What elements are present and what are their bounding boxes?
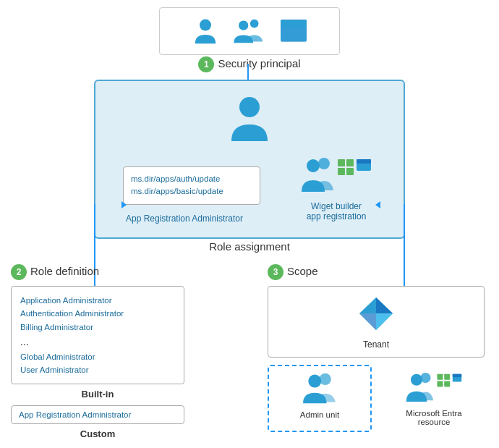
user-icon — [191, 17, 220, 46]
admin-unit-box: Admin unit — [268, 365, 372, 432]
arrow-down — [247, 64, 249, 81]
svg-point-24 — [420, 373, 430, 383]
role-definition-section: 2Role definition Application Administrat… — [11, 264, 184, 439]
svg-point-0 — [200, 20, 211, 31]
badge-2: 2 — [11, 264, 27, 280]
svg-point-23 — [411, 374, 422, 386]
custom-box: App Registration Administrator — [11, 405, 184, 424]
svg-rect-12 — [346, 159, 354, 166]
role-list: Application Administrator Authentication… — [20, 294, 175, 376]
security-principal-label: 1Security principal — [159, 56, 340, 72]
diagram-container: 1Security principal ms.dir/apps/auth/upd… — [0, 0, 499, 448]
svg-rect-16 — [357, 159, 371, 164]
scope-section: 3Scope Tenant Admin unit — [268, 264, 485, 432]
app-reg-box: ms.dir/apps/auth/update ms.dir/apps/basi… — [123, 166, 260, 205]
svg-point-8 — [239, 97, 260, 117]
center-person-icon — [228, 94, 271, 141]
scope-title: 3Scope — [268, 264, 485, 280]
svg-point-2 — [250, 20, 259, 28]
role-item: Global Administrator — [20, 350, 175, 363]
person-center — [213, 94, 286, 144]
role-def-title: 2Role definition — [11, 264, 184, 280]
svg-point-10 — [318, 158, 330, 169]
badge-1: 1 — [198, 56, 214, 72]
role-item: User Administrator — [20, 363, 175, 376]
app-icon — [279, 17, 308, 46]
svg-rect-26 — [444, 374, 450, 380]
svg-marker-19 — [376, 313, 393, 330]
role-item: Billing Administrator — [20, 321, 175, 334]
connector-right-arrow — [375, 201, 380, 208]
admin-unit-icon — [300, 372, 340, 405]
svg-rect-30 — [453, 374, 461, 377]
svg-marker-18 — [376, 297, 393, 313]
ms-entra-icon — [405, 371, 463, 403]
scope-bottom: Admin unit Micros — [268, 365, 485, 432]
role-assignment-label: Role assignment — [94, 240, 405, 253]
svg-rect-7 — [281, 28, 307, 42]
connector-left-arrow — [121, 201, 127, 208]
tenant-area: Tenant — [268, 286, 485, 358]
wiget-label: Wiget builderapp registration — [289, 201, 383, 221]
tenant-icon — [357, 294, 396, 334]
svg-point-22 — [319, 373, 330, 385]
role-item: Authentication Administrator — [20, 307, 175, 320]
admin-unit-label: Admin unit — [275, 410, 364, 419]
tenant-label: Tenant — [276, 339, 477, 350]
ms-entra-label: Microsoft Entraresource — [389, 409, 479, 426]
svg-rect-27 — [437, 381, 443, 387]
role-item: Application Administrator — [20, 294, 175, 307]
builtin-label: Built-in — [11, 389, 184, 400]
custom-label: Custom — [11, 428, 184, 439]
svg-rect-11 — [338, 159, 345, 166]
wiget-area: Wiget builderapp registration — [289, 156, 383, 221]
svg-rect-6 — [281, 20, 307, 28]
svg-rect-14 — [346, 168, 354, 175]
badge-3: 3 — [268, 264, 283, 280]
svg-rect-25 — [437, 374, 443, 380]
role-dots: ... — [20, 334, 175, 350]
role-def-inner: Application Administrator Authentication… — [11, 286, 184, 384]
svg-rect-13 — [338, 168, 345, 175]
svg-marker-20 — [359, 313, 376, 330]
group-icon — [231, 17, 268, 46]
svg-point-21 — [308, 375, 321, 388]
wiget-icons — [300, 156, 372, 195]
ms-entra-box: Microsoft Entraresource — [383, 365, 485, 432]
svg-rect-28 — [444, 381, 450, 387]
security-principal-box — [159, 7, 340, 55]
svg-point-9 — [307, 159, 320, 172]
app-reg-label: App Registration Administrator — [112, 214, 257, 224]
